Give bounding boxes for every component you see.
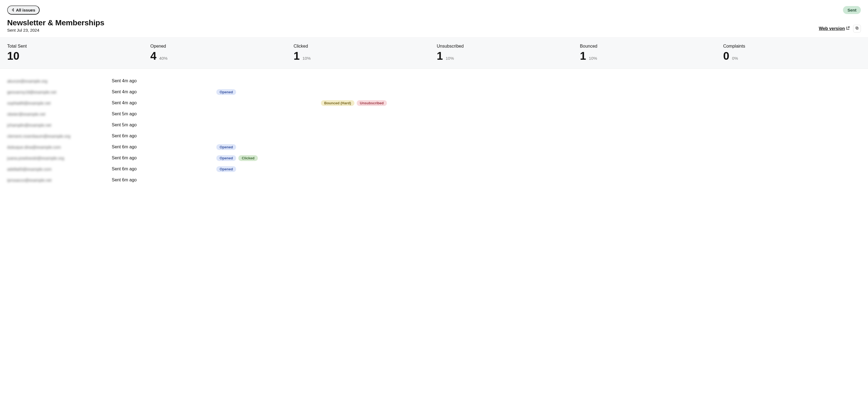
opened-badge: Opened xyxy=(216,155,236,161)
web-version-link[interactable]: Web version xyxy=(819,26,850,31)
all-issues-label: All issues xyxy=(16,8,35,12)
all-issues-back-button[interactable]: All issues xyxy=(7,5,40,14)
stat-value: 1 xyxy=(293,50,300,61)
opened-badge: Opened xyxy=(216,144,236,150)
stat-card: Unsubscribed 1 10% xyxy=(437,44,575,61)
svg-rect-1 xyxy=(856,27,858,29)
recipient-row: iprosacco@example.netSent 6m ago xyxy=(7,175,861,185)
stats-bar: Total Sent 10 Opened 4 40% Clicked 1 10%… xyxy=(0,37,868,69)
stat-percent: 10% xyxy=(445,56,454,61)
stat-label: Unsubscribed xyxy=(437,44,575,49)
stat-value: 1 xyxy=(437,50,443,61)
recipient-email: sophia89@example.net xyxy=(7,101,112,105)
recipient-row: adella65@example.comSent 6m agoOpened xyxy=(7,163,861,175)
stat-value: 10 xyxy=(7,50,20,61)
stat-percent: 10% xyxy=(589,56,597,61)
stat-label: Opened xyxy=(150,44,288,49)
recipient-sent-time: Sent 5m ago xyxy=(112,112,216,116)
recipient-badges: Bounced (Hard)Unsubscribed xyxy=(216,100,861,106)
stat-card: Complaints 0 0% xyxy=(723,44,861,61)
recipient-row: clement.rosenbaum@example.orgSent 6m ago xyxy=(7,130,861,142)
stat-percent: 0% xyxy=(732,56,738,61)
recipient-badges xyxy=(216,177,861,183)
opened-badge: Opened xyxy=(216,89,236,95)
recipient-badges xyxy=(216,122,861,128)
stat-value: 1 xyxy=(580,50,586,61)
recipient-email: dubuque.dina@example.com xyxy=(7,145,112,149)
stat-percent: 40% xyxy=(159,56,167,61)
recipients-list: akunze@example.orgSent 4m agogeovanny18@… xyxy=(7,75,861,185)
external-link-icon xyxy=(846,26,850,31)
recipient-badges xyxy=(216,78,861,84)
recipient-badges: Opened xyxy=(216,166,861,172)
recipient-email: geovanny18@example.net xyxy=(7,90,112,94)
recipient-sent-time: Sent 5m ago xyxy=(112,122,216,127)
recipient-badges: Opened xyxy=(216,89,861,95)
recipient-email: jchamplin@example.net xyxy=(7,123,112,127)
recipient-badges xyxy=(216,111,861,117)
stat-label: Complaints xyxy=(723,44,861,49)
copy-icon xyxy=(855,26,859,31)
recipient-row: jchamplin@example.netSent 5m ago xyxy=(7,119,861,130)
stat-label: Bounced xyxy=(580,44,717,49)
recipient-row: akunze@example.orgSent 4m ago xyxy=(7,75,861,86)
recipient-row: dubuque.dina@example.comSent 6m agoOpene… xyxy=(7,142,861,152)
opened-badge: Opened xyxy=(216,166,236,172)
web-version-label: Web version xyxy=(819,26,845,31)
recipient-sent-time: Sent 6m ago xyxy=(112,178,216,182)
recipient-email: adella65@example.com xyxy=(7,167,112,172)
stat-card: Bounced 1 10% xyxy=(580,44,717,61)
recipient-email: clement.rosenbaum@example.org xyxy=(7,134,112,139)
recipient-sent-time: Sent 4m ago xyxy=(112,100,216,105)
stat-value: 4 xyxy=(150,50,156,61)
stat-label: Total Sent xyxy=(7,44,145,49)
bounced-badge: Bounced (Hard) xyxy=(321,100,354,106)
recipient-sent-time: Sent 6m ago xyxy=(112,133,216,139)
recipient-email: akunze@example.org xyxy=(7,79,112,83)
unsubscribed-badge: Unsubscribed xyxy=(356,100,387,106)
stat-percent: 10% xyxy=(303,56,311,61)
stat-card: Clicked 1 10% xyxy=(293,44,431,61)
recipient-email: iprosacco@example.net xyxy=(7,178,112,182)
recipient-row: geovanny18@example.netSent 4m agoOpened xyxy=(7,86,861,97)
svg-rect-0 xyxy=(857,28,858,29)
stat-value: 0 xyxy=(723,50,729,61)
stat-card: Opened 4 40% xyxy=(150,44,288,61)
status-badge: Sent xyxy=(843,6,861,14)
recipient-badges: Opened xyxy=(216,144,861,150)
recipient-email: juana.powlowski@example.org xyxy=(7,156,112,160)
recipient-row: juana.powlowski@example.orgSent 6m agoOp… xyxy=(7,152,861,163)
recipient-sent-time: Sent 6m ago xyxy=(112,167,216,172)
recipient-sent-time: Sent 4m ago xyxy=(112,89,216,94)
stat-label: Clicked xyxy=(293,44,431,49)
stat-card: Total Sent 10 xyxy=(7,44,145,61)
page-title: Newsletter & Memberships xyxy=(7,19,104,27)
clicked-badge: Clicked xyxy=(238,155,257,161)
recipient-sent-time: Sent 4m ago xyxy=(112,79,216,83)
recipient-badges xyxy=(216,133,861,139)
sent-date: Sent Jul 23, 2024 xyxy=(7,28,104,32)
recipient-row: sophia89@example.netSent 4m agoBounced (… xyxy=(7,97,861,109)
back-triangle-icon xyxy=(11,8,14,12)
recipient-badges: OpenedClicked xyxy=(216,155,861,161)
copy-button[interactable] xyxy=(853,25,861,32)
recipient-email: obeier@example.net xyxy=(7,112,112,116)
recipient-sent-time: Sent 6m ago xyxy=(112,145,216,149)
recipient-sent-time: Sent 6m ago xyxy=(112,155,216,160)
recipient-row: obeier@example.netSent 5m ago xyxy=(7,109,861,119)
